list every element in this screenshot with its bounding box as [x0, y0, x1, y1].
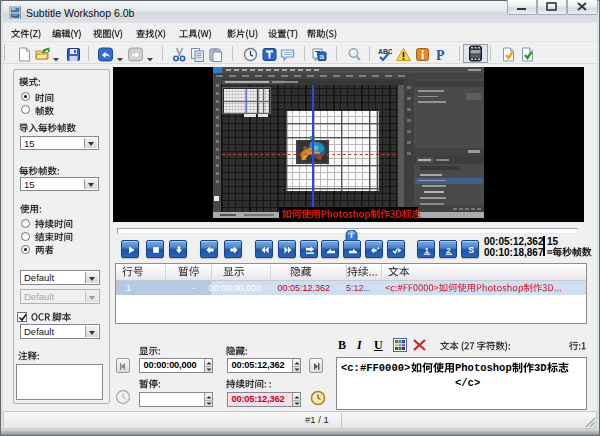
svg-text:S: S — [468, 245, 474, 255]
svg-text:ABC: ABC — [378, 48, 392, 55]
svg-text:1: 1 — [424, 245, 429, 254]
svg-text:a: a — [320, 52, 325, 61]
svg-text:P: P — [436, 48, 445, 62]
svg-text:2: 2 — [446, 245, 451, 254]
